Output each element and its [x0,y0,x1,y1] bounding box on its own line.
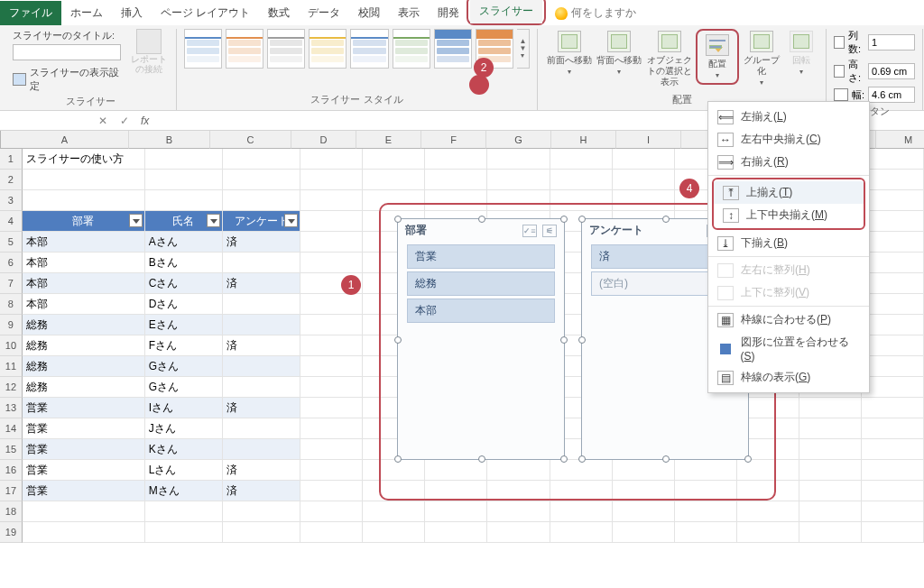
slicer-caption-input[interactable] [13,44,121,60]
cell[interactable] [862,398,924,418]
fx-icon[interactable]: fx [135,115,154,127]
cell[interactable]: 営業 [23,418,145,439]
column-header[interactable]: A [1,131,129,149]
cell[interactable] [613,522,675,543]
column-header[interactable]: C [210,131,291,149]
tab-slicer[interactable]: スライサー [470,0,542,23]
row-header[interactable]: 9 [0,315,23,335]
cell[interactable] [145,501,223,522]
slicer-settings-button[interactable]: スライサーの表示設定 [13,66,122,93]
row-header[interactable]: 4 [0,211,23,232]
cell[interactable] [487,170,550,190]
tab-file[interactable]: ファイル [0,1,61,25]
cell[interactable] [862,294,924,315]
cell[interactable] [862,273,924,294]
snap-to-shape-item[interactable]: 図形に位置を合わせる(S) [708,331,869,366]
cell[interactable]: 総務 [23,335,145,356]
cell[interactable]: スライサーの使い方 [23,149,145,170]
cell[interactable] [223,356,300,377]
cell[interactable] [862,439,924,460]
cell[interactable] [300,522,363,543]
cell[interactable] [300,315,363,335]
column-header[interactable]: G [486,131,551,149]
send-backward-button[interactable]: 背面へ移動 ▾ [596,29,644,78]
cell[interactable]: Kさん [145,439,223,460]
cell[interactable] [223,170,300,190]
cell[interactable] [550,501,613,522]
cell[interactable] [737,522,799,543]
tab-developer[interactable]: 開発 [429,1,468,25]
cell[interactable] [300,149,363,170]
cell[interactable] [425,501,487,522]
row-header[interactable]: 11 [0,356,23,377]
cell[interactable] [737,501,799,522]
cell[interactable]: 営業 [23,481,145,501]
slicer-item[interactable]: 営業 [407,244,555,269]
cell[interactable]: 済 [223,273,300,294]
cell[interactable] [862,335,924,356]
table-header[interactable]: 氏名 [145,211,223,232]
multi-select-icon[interactable]: ✓≡ [522,225,537,237]
tab-data[interactable]: データ [299,1,349,25]
cell[interactable] [613,149,675,170]
cell[interactable] [223,253,300,273]
cell[interactable] [300,418,363,439]
row-header[interactable]: 12 [0,377,23,398]
row-header[interactable]: 15 [0,439,23,460]
style-swatch-1[interactable] [184,29,222,69]
cell[interactable]: 営業 [23,439,145,460]
style-swatch-6[interactable] [393,29,430,69]
cell[interactable]: Fさん [145,335,223,356]
filter-dropdown-icon[interactable] [284,214,298,227]
cell[interactable]: 営業 [23,398,145,418]
cell[interactable]: Cさん [145,273,223,294]
table-header[interactable]: アンケート [223,211,300,232]
cell[interactable] [862,356,924,377]
width-input[interactable] [868,87,915,103]
cell[interactable] [425,170,487,190]
style-swatch-5[interactable] [350,29,388,69]
cell[interactable] [223,377,300,398]
cell[interactable]: Eさん [145,315,223,335]
cell[interactable]: 本部 [23,253,145,273]
cell[interactable] [300,335,363,356]
cell[interactable] [223,522,300,543]
cell[interactable] [862,170,924,190]
row-header[interactable]: 10 [0,335,23,356]
cell[interactable] [862,418,924,439]
snap-to-grid-item[interactable]: ▦枠線に合わせる(P) [708,308,869,331]
cell[interactable]: 本部 [23,294,145,315]
tab-home[interactable]: ホーム [61,1,112,25]
cell[interactable] [223,418,300,439]
cell[interactable] [300,356,363,377]
cell[interactable] [23,190,145,211]
cell[interactable] [862,149,924,170]
table-header[interactable]: 部署 [23,211,145,232]
row-header[interactable]: 18 [0,501,23,522]
column-header[interactable]: M [876,131,924,149]
tab-view[interactable]: 表示 [389,1,429,25]
cell[interactable] [145,170,223,190]
cell[interactable]: 済 [223,232,300,253]
cell[interactable]: Gさん [145,377,223,398]
align-bottom-item[interactable]: ⤓下揃え(B) [708,232,869,257]
cell[interactable] [223,439,300,460]
cell[interactable] [550,522,613,543]
cell[interactable]: 営業 [23,460,145,481]
slicer-dept[interactable]: 部署 ✓≡⚟ 営業 総務 本部 [397,218,565,460]
cell[interactable] [300,398,363,418]
selection-pane-button[interactable]: オブジェクトの選択と表示 [645,29,694,87]
group-button[interactable]: グループ化▾ [741,29,782,88]
row-header[interactable]: 19 [0,522,23,543]
style-swatch-2[interactable] [226,29,263,69]
cell[interactable] [487,149,550,170]
cell[interactable] [23,170,145,190]
row-header[interactable]: 16 [0,460,23,481]
cell[interactable] [613,170,675,190]
cell[interactable] [862,377,924,398]
style-swatch-3[interactable] [267,29,305,69]
row-header[interactable]: 6 [0,253,23,273]
cell[interactable] [300,294,363,315]
align-middle-v-item[interactable]: ↕上下中央揃え(M) [714,204,864,226]
cell[interactable] [363,522,425,543]
